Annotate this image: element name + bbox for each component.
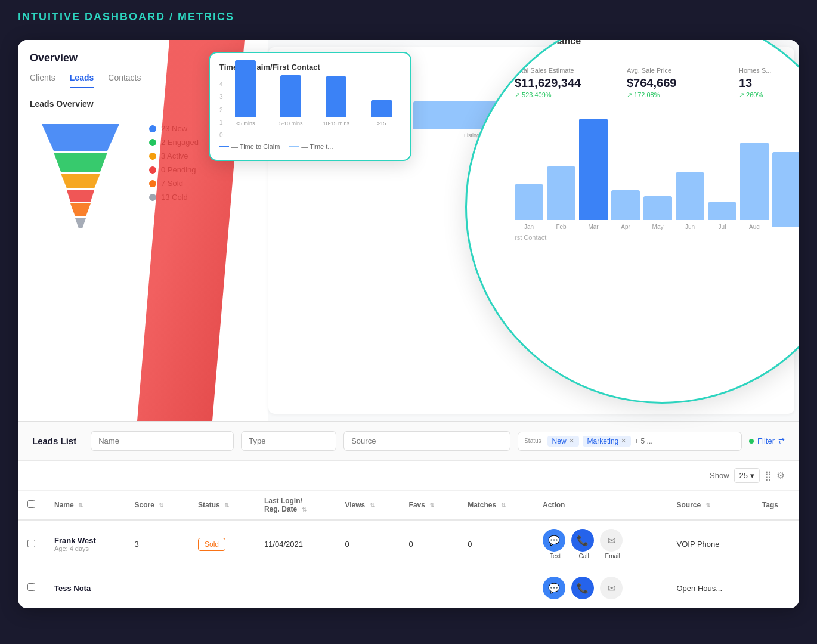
filter-icon: ⇄: [778, 436, 785, 445]
action-cell: 💬 Text 📞 Call ✉ Email: [543, 529, 657, 559]
tab-clients[interactable]: Clients: [30, 73, 55, 88]
bar-label-over15: >15: [377, 120, 386, 126]
col-score[interactable]: Score ⇅: [125, 491, 188, 520]
col-favs[interactable]: Favs ⇅: [400, 491, 459, 520]
row-checkbox[interactable]: [27, 540, 35, 547]
perf-homes-label: Homes S...: [739, 67, 799, 74]
svg-marker-2: [61, 174, 100, 188]
lead-age: Age: 4 days: [54, 545, 115, 552]
perf-total-label: Total Sales Estimate: [515, 67, 609, 74]
leads-overview-title: Leads Overview: [30, 99, 94, 109]
perf-bar-jun: Jun: [676, 172, 704, 230]
row-status-cell-2: [188, 568, 255, 608]
column-settings-icon[interactable]: ⣿: [765, 470, 772, 481]
leads-table: Name ⇅ Score ⇅ Status ⇅ Last Login/Reg. …: [18, 491, 799, 608]
status-filter-label: Status: [524, 438, 541, 444]
perf-bar-label-feb: Feb: [556, 224, 566, 230]
row-source-cell: VOIP Phone: [667, 520, 752, 568]
email-button[interactable]: ✉: [600, 529, 623, 552]
source-input[interactable]: [343, 431, 510, 451]
text-button[interactable]: 💬: [543, 529, 565, 552]
show-chevron-icon: ▾: [750, 471, 754, 480]
tag-new-label: New: [552, 437, 567, 445]
perf-total-value: $11,629,344: [515, 76, 609, 90]
row-status-cell: Sold: [188, 520, 255, 568]
perf-bar-label-jan: Jan: [524, 224, 534, 230]
filter-label: Filter: [757, 436, 775, 445]
perf-metric-total: Total Sales Estimate $11,629,344 ↗ 523.4…: [515, 67, 609, 99]
tab-leads[interactable]: Leads: [70, 73, 94, 88]
bar-group-over15: >15: [363, 100, 401, 126]
tag-marketing-label: Marketing: [587, 437, 619, 445]
tag-marketing-remove[interactable]: ✕: [621, 437, 626, 445]
row-score-cell: 3: [125, 520, 188, 568]
svg-marker-3: [67, 190, 94, 202]
table-row: Tess Nota 💬 📞 ✉: [18, 568, 799, 608]
table-row: Frank West Age: 4 days 3 Sold 11/04/2021…: [18, 520, 799, 568]
row-checkbox-cell-2: [18, 568, 45, 608]
name-input[interactable]: [91, 431, 234, 451]
settings-icon[interactable]: ⚙: [776, 470, 785, 481]
call-button-2[interactable]: 📞: [571, 577, 594, 599]
row-name-cell: Frank West Age: 4 days: [45, 520, 125, 568]
filter-button[interactable]: Filter ⇄: [749, 436, 785, 445]
time-claim-legend: — Time to Claim — Time t...: [219, 143, 401, 150]
col-matches[interactable]: Matches ⇅: [458, 491, 533, 520]
perf-bar-aug1: Aug: [740, 143, 769, 230]
perf-bar-label-may: May: [652, 224, 664, 230]
perf-bar-label-jun: Jun: [685, 224, 695, 230]
call-button[interactable]: 📞: [571, 529, 594, 552]
bar-label-10min: 5-10 mins: [279, 120, 303, 126]
col-source[interactable]: Source ⇅: [667, 491, 752, 520]
perf-metric-avg: Avg. Sale Price $764,669 ↗ 172.08%: [627, 67, 721, 99]
show-select[interactable]: 25 ▾: [734, 468, 760, 483]
svg-marker-4: [70, 203, 91, 216]
col-views[interactable]: Views ⇅: [335, 491, 399, 520]
row-action-cell-2: 💬 📞 ✉: [533, 568, 667, 608]
row-tags-cell: [753, 520, 799, 568]
legend-time-claim: — Time to Claim: [219, 143, 280, 150]
perf-homes-value: 13: [739, 76, 799, 90]
perf-avg-change: ↗ 172.08%: [627, 91, 721, 99]
perf-avg-label: Avg. Sale Price: [627, 67, 721, 74]
tag-marketing[interactable]: Marketing ✕: [583, 436, 632, 447]
action-call: 📞 Call: [571, 529, 596, 559]
col-status[interactable]: Status ⇅: [188, 491, 255, 520]
col-action: Action: [533, 491, 667, 520]
select-all-checkbox[interactable]: [27, 500, 35, 508]
row-views-cell: 0: [335, 520, 399, 568]
tag-new-remove[interactable]: ✕: [569, 437, 574, 445]
perf-bar-feb: Feb: [547, 166, 575, 230]
perf-bar-may: May: [643, 196, 672, 230]
leads-list-title: Leads List: [32, 436, 76, 446]
perf-bar-aug2: [772, 152, 799, 230]
top-section: Overview Clients Leads Contacts Leads Ov…: [18, 40, 799, 422]
table-header: Name ⇅ Score ⇅ Status ⇅ Last Login/Reg. …: [18, 491, 799, 520]
filter-active-dot: [749, 439, 754, 444]
lead-name-2: Tess Nota: [54, 584, 115, 593]
legend-time-claim-label: — Time to Claim: [231, 143, 280, 150]
email-button-2[interactable]: ✉: [600, 577, 623, 599]
type-input[interactable]: [241, 431, 336, 451]
row-score-cell-2: [125, 568, 188, 608]
perf-homes-change: ↗ 260%: [739, 91, 799, 99]
bar-group-10min: 5-10 mins: [272, 75, 310, 126]
tab-contacts[interactable]: Contacts: [108, 73, 141, 88]
text-button-2[interactable]: 💬: [543, 577, 565, 599]
row-favs-cell-2: [400, 568, 459, 608]
perf-subtitle: GCI: [515, 49, 799, 57]
time-to-claim-chart-wrap: 4 3 2 1 0 <5 mins 5-10 mins: [219, 79, 401, 138]
bar-label-15min: 10-15 mins: [323, 120, 350, 126]
col-name[interactable]: Name ⇅: [45, 491, 125, 520]
text-label: Text: [550, 553, 561, 559]
col-last-login[interactable]: Last Login/Reg. Date ⇅: [255, 491, 336, 520]
row-favs-cell: 0: [400, 520, 459, 568]
perf-bar-label-jul: Jul: [719, 224, 726, 230]
row-matches-cell-2: [458, 568, 533, 608]
row-checkbox-2[interactable]: [27, 583, 35, 591]
tag-new[interactable]: New ✕: [547, 436, 579, 447]
perf-metrics: Total Sales Estimate $11,629,344 ↗ 523.4…: [515, 67, 799, 99]
perf-bar-jan: Jan: [515, 184, 543, 230]
perf-avg-value: $764,669: [627, 76, 721, 90]
more-tags[interactable]: + 5 ...: [635, 437, 652, 445]
